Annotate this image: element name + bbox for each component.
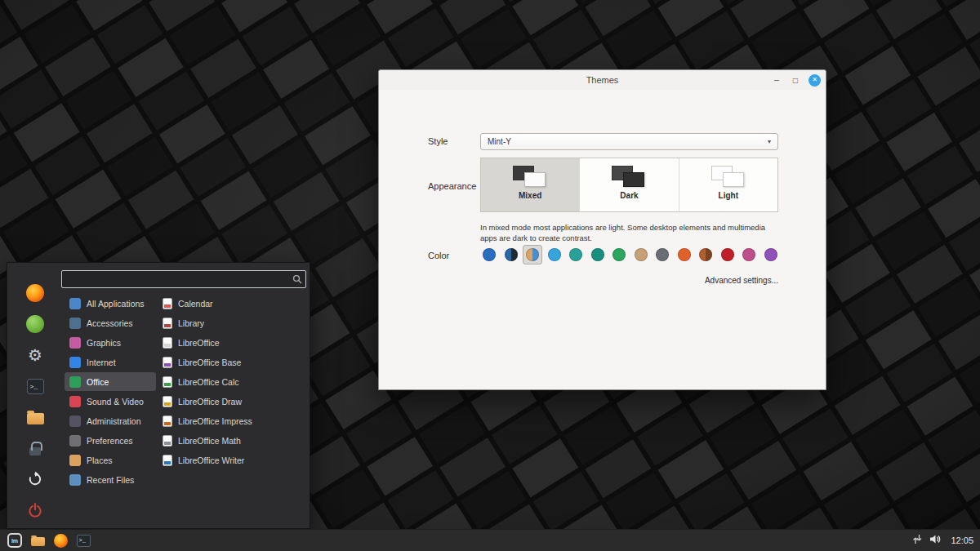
appearance-label: Appearance xyxy=(428,181,476,191)
terminal-launcher[interactable]: >_ xyxy=(24,375,46,397)
color-swatch-circle xyxy=(635,248,648,261)
menu-category-item[interactable]: Sound & Video xyxy=(65,392,156,411)
software-manager-launcher[interactable] xyxy=(24,313,46,335)
menu-category-item[interactable]: Places xyxy=(65,451,156,469)
menu-app-item[interactable]: LibreOffice Draw xyxy=(158,392,261,411)
color-swatch[interactable] xyxy=(546,246,564,264)
color-swatch-circle xyxy=(505,248,518,261)
system-settings-launcher[interactable]: ⚙ xyxy=(24,344,46,366)
lock-screen-button[interactable] xyxy=(24,438,46,459)
color-swatch[interactable] xyxy=(523,246,541,264)
window-stack-icon xyxy=(511,166,549,189)
window-stack-icon xyxy=(610,166,648,189)
color-swatch-circle xyxy=(483,248,496,261)
color-swatch-circle xyxy=(678,248,691,261)
search-box[interactable] xyxy=(61,270,306,288)
search-icon xyxy=(289,274,305,284)
firefox-launcher[interactable] xyxy=(24,282,46,304)
color-swatch[interactable] xyxy=(740,246,758,264)
appearance-option-label: Mixed xyxy=(481,191,579,200)
search-input[interactable] xyxy=(62,274,289,284)
color-swatch[interactable] xyxy=(697,246,715,264)
terminal-icon: >_ xyxy=(27,379,44,394)
app-document-icon xyxy=(163,298,172,309)
category-icon xyxy=(69,435,81,447)
menu-app-item[interactable]: Calendar xyxy=(158,294,261,313)
minimize-button[interactable]: − xyxy=(771,74,782,86)
menu-category-item[interactable]: Preferences xyxy=(65,431,156,450)
color-swatch[interactable] xyxy=(675,246,693,264)
chevron-down-icon: ▾ xyxy=(768,138,771,145)
app-document-icon xyxy=(163,318,172,329)
color-swatch-circle xyxy=(591,248,604,261)
appearance-options: Mixed Dark Light xyxy=(480,158,778,212)
menu-app-item[interactable]: LibreOffice Calc xyxy=(158,372,261,391)
category-label: Recent Files xyxy=(87,475,134,485)
appearance-option[interactable]: Mixed xyxy=(481,158,579,211)
menu-category-item[interactable]: Internet xyxy=(65,353,156,371)
category-label: All Applications xyxy=(87,299,145,309)
menu-app-item[interactable]: LibreOffice Writer xyxy=(158,451,261,469)
desktop: Themes − □ ✕ Style Mint-Y ▾ Appearance M… xyxy=(0,0,980,551)
menu-app-item[interactable]: LibreOffice xyxy=(158,333,261,352)
shutdown-button[interactable] xyxy=(24,500,46,521)
panel-firefox-launcher[interactable] xyxy=(49,530,72,551)
menu-category-item[interactable]: All Applications xyxy=(65,294,156,313)
advanced-settings-link[interactable]: Advanced settings... xyxy=(480,276,778,285)
menu-sidebar: ⚙ >_ xyxy=(14,282,56,521)
app-label: LibreOffice Calc xyxy=(178,377,239,387)
panel-files-launcher[interactable] xyxy=(26,530,49,551)
maximize-button[interactable]: □ xyxy=(790,74,801,86)
color-swatch[interactable] xyxy=(632,246,650,264)
color-swatch-circle xyxy=(721,248,734,261)
color-swatch[interactable] xyxy=(589,246,607,264)
app-label: Library xyxy=(178,318,204,328)
menu-category-item[interactable]: Recent Files xyxy=(65,470,156,489)
menu-app-item[interactable]: LibreOffice Math xyxy=(158,431,261,450)
color-swatch[interactable] xyxy=(719,246,737,264)
close-button[interactable]: ✕ xyxy=(808,74,821,87)
color-swatch[interactable] xyxy=(502,246,520,264)
menu-category-item[interactable]: Accessories xyxy=(65,313,156,332)
menu-app-item[interactable]: LibreOffice Impress xyxy=(158,411,261,430)
logout-button[interactable] xyxy=(24,469,46,490)
color-swatch[interactable] xyxy=(762,246,780,264)
firefox-icon xyxy=(26,284,44,302)
themes-window: Themes − □ ✕ Style Mint-Y ▾ Appearance M… xyxy=(378,69,826,390)
appearance-option[interactable]: Dark xyxy=(579,158,678,211)
menu-app-item[interactable]: LibreOffice Base xyxy=(158,353,261,371)
network-tray-icon[interactable] xyxy=(912,533,922,548)
menu-category-item[interactable]: Office xyxy=(65,372,156,391)
folder-icon xyxy=(31,537,45,546)
app-document-icon xyxy=(163,337,172,349)
color-swatch-circle xyxy=(526,248,539,261)
menu-app-item[interactable]: Library xyxy=(158,313,261,332)
menu-category-item[interactable]: Graphics xyxy=(65,333,156,352)
color-swatch-circle xyxy=(548,248,561,261)
color-swatch[interactable] xyxy=(610,246,628,264)
volume-tray-icon[interactable] xyxy=(929,533,941,548)
category-label: Preferences xyxy=(87,436,133,446)
color-swatch-circle xyxy=(569,248,582,261)
app-document-icon xyxy=(163,376,172,388)
application-menu: ⚙ >_ xyxy=(7,262,310,529)
color-swatch[interactable] xyxy=(480,246,498,264)
titlebar[interactable]: Themes − □ ✕ xyxy=(379,70,826,90)
color-swatch[interactable] xyxy=(567,246,585,264)
clock[interactable]: 12:05 xyxy=(948,535,973,545)
color-swatch-circle xyxy=(699,248,712,261)
category-icon xyxy=(69,474,81,486)
files-launcher[interactable] xyxy=(24,407,46,428)
menu-button[interactable]: lm xyxy=(3,530,26,551)
category-icon xyxy=(69,357,81,368)
color-swatch[interactable] xyxy=(653,246,671,264)
panel-terminal-launcher[interactable]: >_ xyxy=(72,530,95,551)
category-icon xyxy=(69,298,81,309)
appearance-description: In mixed mode most applications are ligh… xyxy=(480,222,784,244)
window-stack-icon xyxy=(710,166,747,189)
style-dropdown[interactable]: Mint-Y ▾ xyxy=(480,133,778,150)
menu-category-item[interactable]: Administration xyxy=(65,411,156,430)
app-document-icon xyxy=(163,396,172,407)
mint-logo-icon: lm xyxy=(7,533,22,548)
appearance-option[interactable]: Light xyxy=(679,158,777,211)
